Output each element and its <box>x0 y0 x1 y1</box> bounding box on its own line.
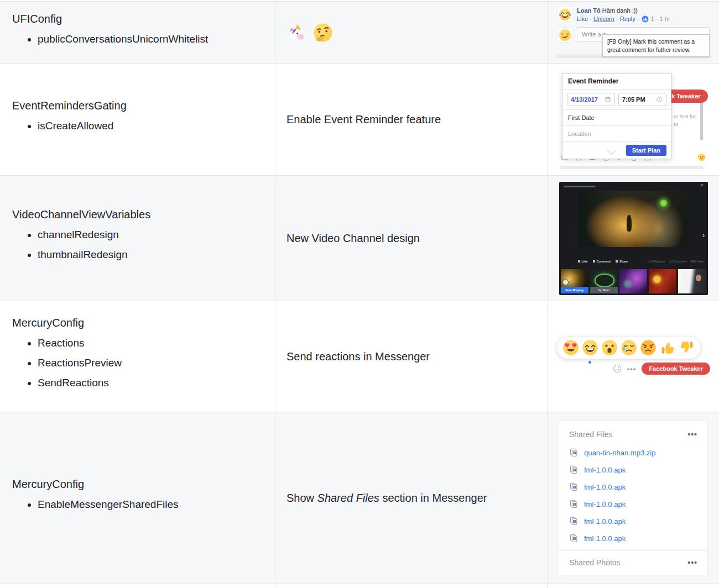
like-link[interactable]: Like <box>577 15 588 22</box>
description-cell: Send reactions in Messenger <box>275 301 547 412</box>
thumbs-up-emoji[interactable] <box>659 339 676 356</box>
comment-author[interactable]: Loan Tô <box>577 7 601 14</box>
file-icon <box>569 499 579 509</box>
description-cell <box>275 2 547 64</box>
more-options[interactable]: ••• <box>627 365 637 373</box>
video-channel-preview: ✕ › Like Comment Share 1.1K Reactions 1.… <box>559 182 708 295</box>
time-field[interactable]: 7:05 PM <box>618 93 666 106</box>
heart-eyes-emoji[interactable] <box>562 339 579 356</box>
more-options[interactable]: ••• <box>687 558 697 567</box>
table-row: MercuryConfig EnableMessengerSharedFiles… <box>0 412 719 584</box>
file-link[interactable]: fml-1.0.0.apk <box>569 499 697 509</box>
description-cell: New Video Channel design <box>275 176 547 301</box>
chevron-right-icon[interactable]: › <box>702 230 705 239</box>
surprised-emoji[interactable] <box>601 339 618 356</box>
event-reminder-dialog: Event Reminder 4/13/2017 7:05 PM First D… <box>562 73 671 159</box>
event-reminder-preview: Facebook Tweaker er Test for M. Event Re… <box>559 70 708 170</box>
unicorn-link[interactable]: Unicorn <box>593 15 614 22</box>
now-playing-label: Now Playing <box>561 287 588 293</box>
config-name: EventRemindersGating <box>12 99 127 112</box>
file-icon <box>569 465 579 475</box>
table-row: EventRemindersGating isCreateAllowed Ena… <box>0 64 719 175</box>
description-cell: Enable Event Reminder feature <box>275 64 547 175</box>
feature-description: Send reactions in Messenger <box>286 350 430 363</box>
crying-emoji[interactable] <box>621 339 637 356</box>
file-link[interactable]: fml-1.0.0.apk <box>569 465 697 475</box>
feature-description: Show Shared Files section in Messenger <box>286 492 487 505</box>
share-icon <box>616 260 618 262</box>
more-options[interactable]: ••• <box>687 430 697 439</box>
table-top-strip <box>0 0 719 1</box>
event-name-field[interactable]: First Date <box>562 110 671 126</box>
like-badge-icon <box>642 15 649 23</box>
file-link[interactable]: fml-1.0.0.apk <box>569 516 697 526</box>
separator: · <box>656 15 658 22</box>
location-field[interactable]: Location <box>562 126 671 142</box>
divider-bar <box>560 166 704 169</box>
preview-cell: Facebook Tweaker er Test for M. Event Re… <box>547 64 719 175</box>
reply-link[interactable]: Reply <box>620 15 635 22</box>
file-icon <box>569 448 579 458</box>
fb-comment-preview: Loan Tô Hàm danh :)) Like · Unicorn · Re… <box>557 7 710 59</box>
config-param: thumbnailRedesign <box>38 249 150 261</box>
scrollbar[interactable] <box>700 96 703 140</box>
shared-files-preview: Shared Files ••• quan-tin-nhan.mp3.zip f… <box>559 421 708 575</box>
like-button[interactable]: Like <box>578 260 588 263</box>
laughing-emoji[interactable] <box>582 339 598 356</box>
table-row: UFIConfig publicConversationsUnicornWhit… <box>0 1 719 64</box>
video-player[interactable] <box>578 191 689 247</box>
start-plan-button[interactable]: Start Plan <box>626 145 666 156</box>
video-stats: 1.1K Reactions 1.1K Comments 456K Views <box>648 260 704 263</box>
angry-emoji[interactable] <box>640 339 657 356</box>
preview-cell: Shared Files ••• quan-tin-nhan.mp3.zip f… <box>547 412 719 584</box>
config-cell: EventRemindersGating isCreateAllowed <box>0 64 275 175</box>
preview-cell: ••• Facebook Tweaker <box>547 301 719 412</box>
config-name: MercuryConfig <box>12 317 122 329</box>
dialog-title: Event Reminder <box>562 74 671 90</box>
comment-button[interactable]: Comment <box>593 260 611 263</box>
file-icon <box>569 533 579 543</box>
share-button[interactable]: Share <box>616 260 628 263</box>
config-cell: UFIConfig publicConversationsUnicornWhit… <box>0 2 275 64</box>
channel-logo <box>562 279 569 285</box>
avatar <box>557 27 572 43</box>
selection-dot <box>588 361 591 364</box>
preview-cell: Loan Tô Hàm danh :)) Like · Unicorn · Re… <box>547 2 719 64</box>
video-thumbnail[interactable] <box>678 269 706 293</box>
thumbs-down-emoji[interactable] <box>679 339 695 356</box>
tweaker-badge: Facebook Tweaker <box>642 363 710 375</box>
smirk-emoji <box>559 29 571 41</box>
reactions-preview: ••• Facebook Tweaker <box>556 336 710 377</box>
config-name: VideoChannelViewVariables <box>12 208 150 221</box>
video-thumbnail[interactable] <box>619 269 647 293</box>
config-param: publicConversationsUnicornWhitelist <box>38 33 208 45</box>
file-link[interactable]: quan-tin-nhan.mp3.zip <box>569 448 697 458</box>
calendar-icon <box>605 96 611 103</box>
date-field[interactable]: 4/13/2017 <box>567 93 615 106</box>
close-icon[interactable]: ✕ <box>700 183 704 188</box>
config-param: channelRedesign <box>38 229 150 241</box>
description-cell: Show Shared Files section in Messenger <box>275 412 547 584</box>
laughing-tears-emoji <box>559 8 571 21</box>
video-thumbnail-up-next[interactable]: Up Next <box>590 269 618 293</box>
video-thumbnail[interactable] <box>649 269 676 293</box>
background-text: er Test for M. <box>674 113 696 128</box>
file-link[interactable]: fml-1.0.0.apk <box>569 482 697 492</box>
unicorn-emoji <box>286 23 306 43</box>
glow-ring <box>595 274 614 287</box>
table-row-partial <box>0 584 719 588</box>
feature-description: New Video Channel design <box>286 232 420 245</box>
config-param: SendReactions <box>38 377 122 389</box>
clock-icon <box>656 96 663 103</box>
comment-icon <box>593 260 595 262</box>
file-icon <box>569 516 579 526</box>
config-cell: VideoChannelViewVariables channelRedesig… <box>0 176 275 301</box>
video-thumbnail-now-playing[interactable]: Now Playing <box>561 269 588 293</box>
feature-description: Enable Event Reminder feature <box>286 113 441 126</box>
emoji-picker-icon[interactable] <box>613 364 622 373</box>
separator: · <box>616 15 618 22</box>
shared-files-header: Shared Files <box>569 430 613 439</box>
table-row: MercuryConfig Reactions ReactionsPreview… <box>0 301 719 412</box>
file-link[interactable]: fml-1.0.0.apk <box>569 533 697 543</box>
smiley-emoji[interactable] <box>697 153 706 161</box>
